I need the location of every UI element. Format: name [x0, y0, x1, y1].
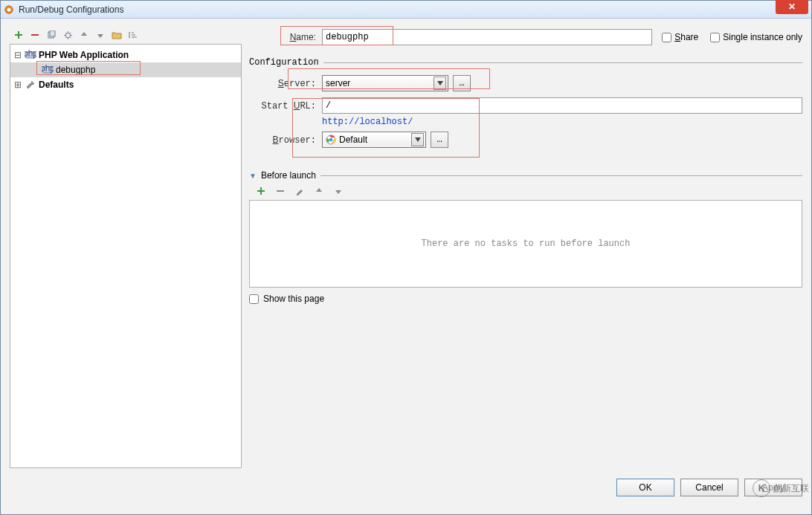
ok-button[interactable]: OK — [616, 479, 674, 496]
down-icon[interactable] — [94, 29, 106, 41]
name-input[interactable] — [322, 29, 652, 45]
tree-label: Defaults — [39, 80, 74, 90]
dropdown-icon[interactable] — [434, 77, 446, 90]
tree-node-php-web-app[interactable]: ⊟ php PHP Web Application — [10, 48, 241, 62]
right-panel: Name: Share Single instance only Configu… — [249, 26, 802, 468]
collapse-triangle-icon[interactable]: ▼ — [249, 172, 257, 180]
task-down-icon[interactable] — [332, 185, 344, 197]
name-label: Name: — [249, 32, 322, 43]
server-combo[interactable]: server — [322, 75, 448, 91]
titlebar: Run/Debug Configurations ✕ — [1, 1, 811, 19]
chrome-icon — [326, 135, 336, 145]
collapse-icon[interactable]: ⊟ — [13, 50, 22, 60]
svg-point-3 — [65, 33, 70, 37]
tasks-placeholder: There are no tasks to run before launch — [422, 239, 631, 249]
show-page-checkbox[interactable] — [249, 294, 259, 304]
svg-point-9 — [329, 138, 332, 141]
browser-value: Default — [339, 135, 367, 145]
name-row: Name: Share Single instance only — [249, 29, 802, 45]
dialog-window: Run/Debug Configurations ✕ ⊟ — [0, 0, 812, 515]
show-this-page-row[interactable]: Show this page — [249, 294, 802, 304]
php-icon: php — [25, 50, 36, 60]
wrench-icon — [25, 80, 36, 90]
watermark-text: 创新互联 — [773, 482, 809, 495]
sort-icon[interactable] — [127, 29, 139, 41]
svg-text:php: php — [42, 65, 54, 74]
share-checkbox[interactable]: Share — [662, 32, 698, 42]
server-label: Server: — [249, 78, 322, 89]
up-icon[interactable] — [78, 29, 90, 41]
watermark: K 创新互联 — [753, 479, 809, 497]
php-config-icon: php — [42, 65, 54, 75]
single-instance-checkbox[interactable]: Single instance only — [710, 32, 802, 42]
tree-node-debugphp[interactable]: php debugphp — [10, 62, 241, 77]
resolved-url: http://localhost/ — [322, 117, 413, 127]
cancel-button[interactable]: Cancel — [680, 479, 738, 496]
copy-icon[interactable] — [45, 29, 57, 41]
configuration-label: Configuration — [249, 57, 319, 68]
dialog-body: ⊟ php PHP Web Application php debugphp ⊞… — [1, 19, 811, 514]
browser-combo[interactable]: Default — [322, 132, 426, 148]
browser-label: Browser: — [249, 135, 322, 146]
tree-node-defaults[interactable]: ⊞ Defaults — [10, 77, 241, 92]
task-add-icon[interactable] — [255, 185, 267, 197]
browser-browse-button[interactable]: … — [431, 132, 448, 148]
tree-toolbar — [10, 26, 242, 44]
before-launch-toolbar — [249, 181, 802, 198]
expand-icon[interactable]: ⊞ — [13, 80, 22, 90]
remove-icon[interactable] — [29, 29, 41, 41]
before-launch-list[interactable]: There are no tasks to run before launch — [249, 200, 802, 288]
tree-label: debugphp — [56, 65, 95, 75]
tree-label: PHP Web Application — [39, 50, 129, 60]
server-value: server — [326, 78, 350, 88]
configuration-section: Configuration — [249, 57, 802, 68]
folder-icon[interactable] — [111, 29, 123, 41]
close-button[interactable]: ✕ — [776, 0, 808, 14]
dropdown-icon[interactable] — [411, 133, 424, 146]
config-tree[interactable]: ⊟ php PHP Web Application php debugphp ⊞… — [10, 44, 242, 468]
start-url-input[interactable] — [322, 97, 802, 114]
app-icon — [4, 4, 14, 15]
add-icon[interactable] — [13, 29, 25, 41]
settings-icon[interactable] — [62, 29, 74, 41]
task-up-icon[interactable] — [313, 185, 325, 197]
task-remove-icon[interactable] — [274, 185, 286, 197]
dialog-buttons: OK Cancel Apply — [10, 479, 802, 496]
before-launch-label: Before launch — [261, 170, 316, 181]
task-edit-icon[interactable] — [294, 185, 306, 197]
close-icon: ✕ — [788, 1, 796, 12]
server-browse-button[interactable]: … — [453, 75, 471, 91]
svg-text:php: php — [25, 50, 36, 59]
before-launch-section[interactable]: ▼ Before launch — [249, 170, 802, 181]
watermark-icon: K — [753, 479, 770, 497]
start-url-label: Start URL: — [249, 100, 322, 111]
left-panel: ⊟ php PHP Web Application php debugphp ⊞… — [10, 26, 242, 468]
svg-rect-2 — [50, 30, 55, 36]
show-page-label: Show this page — [263, 294, 324, 304]
window-title: Run/Debug Configurations — [19, 4, 123, 15]
